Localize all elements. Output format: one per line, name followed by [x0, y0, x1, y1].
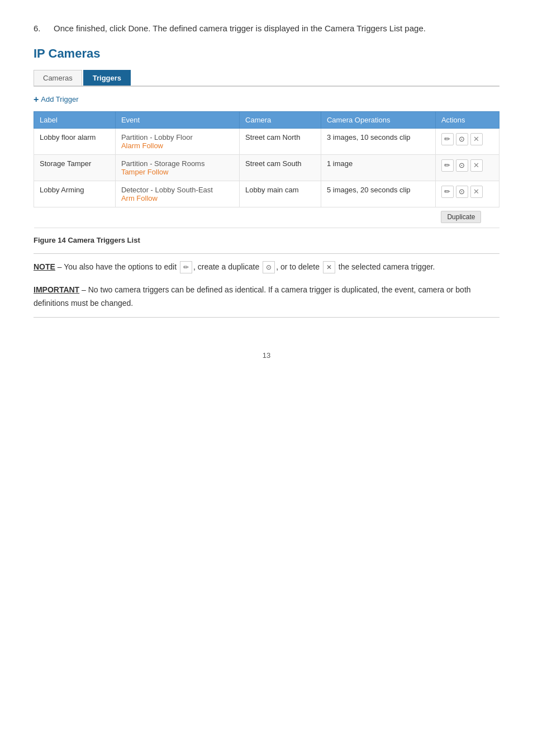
edit-button[interactable]: ✏ [441, 159, 454, 172]
cell-actions: ✏ ⊙ ✕ [435, 154, 499, 181]
tabs-container: Cameras Triggers [34, 70, 499, 87]
triggers-table: Label Event Camera Camera Operations Act… [34, 111, 499, 228]
duplicate-icon-inline: ⊙ [263, 261, 275, 273]
event-line2: Arm Follow [121, 194, 234, 202]
actions-cell: ✏ ⊙ ✕ [441, 133, 493, 145]
note-text2: , create a duplicate [193, 262, 259, 271]
add-trigger-label: Add Trigger [41, 95, 78, 103]
step-text: Once finished, click Done. The defined c… [54, 22, 426, 35]
step-number: 6. [34, 22, 45, 35]
table-header-row: Label Event Camera Camera Operations Act… [34, 111, 499, 128]
cell-camera-ops: 3 images, 10 seconds clip [321, 128, 435, 154]
duplicate-btn[interactable]: Duplicate [441, 211, 481, 223]
event-line1: Detector - Lobby South-East [121, 186, 234, 194]
figure-caption: Figure 14 Camera Triggers List [34, 236, 499, 244]
cell-actions: ✏ ⊙ ✕ [435, 181, 499, 207]
table-row: Storage Tamper Partition - Storage Rooms… [34, 154, 499, 181]
col-header-event: Event [115, 111, 239, 128]
event-line2: Alarm Follow [121, 141, 234, 150]
col-header-label: Label [34, 111, 116, 128]
col-header-actions: Actions [435, 111, 499, 128]
note-text4: the selected camera trigger. [339, 262, 435, 271]
actions-cell: ✏ ⊙ ✕ [441, 159, 493, 172]
delete-button[interactable]: ✕ [470, 133, 483, 145]
page-footer: 13 [34, 351, 499, 360]
cell-camera: Lobby main cam [240, 181, 321, 207]
divider-2 [34, 317, 499, 318]
duplicate-row: Duplicate [34, 207, 499, 228]
cell-event: Partition - Storage Rooms Tamper Follow [115, 154, 239, 181]
note-text: – You also have the options to edit [55, 262, 177, 271]
duplicate-cell: Duplicate [435, 207, 499, 228]
cell-label: Lobby Arming [34, 181, 116, 207]
important-label: IMPORTANT [34, 285, 79, 294]
cell-camera: Street cam North [240, 128, 321, 154]
actions-cell: ✏ ⊙ ✕ [441, 186, 493, 198]
edit-icon-inline: ✏ [180, 261, 192, 273]
duplicate-button[interactable]: ⊙ [456, 159, 468, 172]
delete-icon-inline: ✕ [323, 261, 335, 273]
important-text: – No two camera triggers can be defined … [34, 285, 471, 308]
note-label: NOTE [34, 262, 55, 271]
cell-actions: ✏ ⊙ ✕ [435, 128, 499, 154]
col-header-camera-ops: Camera Operations [321, 111, 435, 128]
cell-event: Partition - Lobby Floor Alarm Follow [115, 128, 239, 154]
cell-label: Lobby floor alarm [34, 128, 116, 154]
add-trigger-link[interactable]: + Add Trigger [34, 94, 499, 105]
event-line1: Partition - Storage Rooms [121, 159, 234, 168]
delete-button[interactable]: ✕ [470, 186, 483, 198]
event-line1: Partition - Lobby Floor [121, 133, 234, 141]
page-number: 13 [263, 351, 270, 360]
cell-event: Detector - Lobby South-East Arm Follow [115, 181, 239, 207]
delete-button[interactable]: ✕ [470, 159, 483, 172]
cell-camera: Street cam South [240, 154, 321, 181]
cell-camera-ops: 5 images, 20 seconds clip [321, 181, 435, 207]
edit-button[interactable]: ✏ [441, 186, 454, 198]
table-row: Lobby floor alarm Partition - Lobby Floo… [34, 128, 499, 154]
cell-camera-ops: 1 image [321, 154, 435, 181]
tab-cameras[interactable]: Cameras [34, 70, 82, 86]
note-block: NOTE – You also have the options to edit… [34, 261, 499, 274]
duplicate-button[interactable]: ⊙ [456, 186, 468, 198]
table-row: Lobby Arming Detector - Lobby South-East… [34, 181, 499, 207]
duplicate-spacer [34, 207, 436, 228]
col-header-camera: Camera [240, 111, 321, 128]
step-6: 6. Once finished, click Done. The define… [34, 22, 499, 35]
note-text3: , or to delete [276, 262, 320, 271]
edit-button[interactable]: ✏ [441, 133, 454, 145]
cell-label: Storage Tamper [34, 154, 116, 181]
section-title: IP Cameras [34, 46, 499, 63]
event-line2: Tamper Follow [121, 168, 234, 176]
duplicate-button[interactable]: ⊙ [456, 133, 468, 145]
plus-icon: + [34, 94, 39, 105]
tab-triggers[interactable]: Triggers [83, 70, 131, 86]
important-block: IMPORTANT – No two camera triggers can b… [34, 284, 499, 310]
divider-1 [34, 253, 499, 254]
